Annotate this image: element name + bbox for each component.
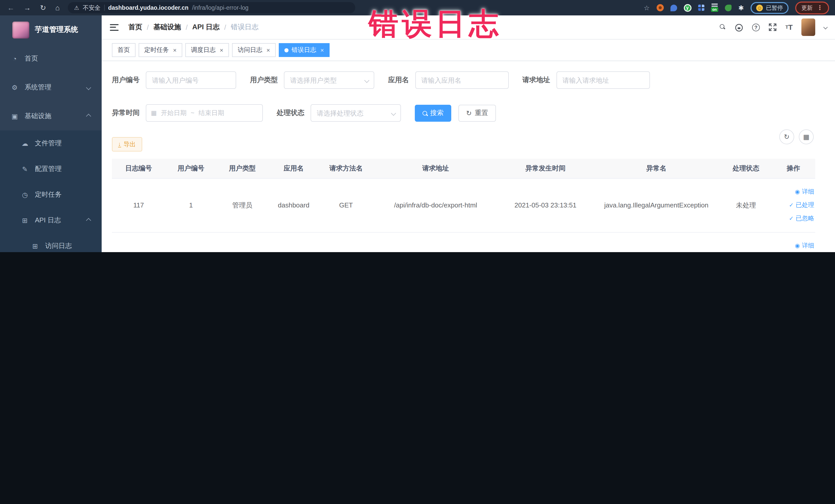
close-icon[interactable]: ×: [266, 46, 270, 54]
tab-job-log[interactable]: 调度日志×: [185, 43, 229, 57]
check-icon: ✓: [789, 216, 794, 221]
operations-cell: ◉详细✓已处理✓已忽略: [772, 232, 815, 252]
user-id-input[interactable]: [146, 72, 236, 89]
breadcrumb-item-0[interactable]: 首页: [128, 23, 142, 32]
user-avatar[interactable]: [801, 19, 815, 36]
profile-paused-badge[interactable]: ☺ 已暂停: [751, 2, 789, 14]
breadcrumb-item-1[interactable]: 基础设施: [154, 23, 181, 32]
tags-view-bar: 首页定时任务×调度日志×访问日志×错误日志×: [102, 40, 835, 61]
cell-time: 2021-05-03 23:13:51: [498, 178, 592, 232]
user-type-select[interactable]: [284, 72, 374, 89]
search-button[interactable]: 搜索: [415, 104, 451, 121]
app-name-input[interactable]: [415, 72, 509, 89]
bookmark-star-icon[interactable]: ☆: [644, 4, 650, 12]
menu-edit-icon: ✎: [21, 165, 29, 173]
cell-app_name: dashboard: [268, 232, 319, 252]
sidebar-item-label: API 日志: [35, 216, 61, 225]
extension-switch-icon[interactable]: on: [711, 4, 718, 12]
reload-icon[interactable]: ↻: [40, 4, 46, 12]
action-processed[interactable]: ✓已处理: [774, 199, 814, 212]
url-path: /infra/log/api-error-log: [192, 5, 248, 11]
help-icon[interactable]: ?: [752, 23, 760, 31]
table-row: 1161管理员dashboardGET/api/infra/db-doc/exp…: [112, 232, 815, 252]
start-date-placeholder: 开始日期: [161, 108, 187, 117]
request-url-input[interactable]: [556, 72, 650, 89]
fullscreen-icon[interactable]: [769, 23, 777, 31]
user-type-label: 用户类型: [250, 76, 278, 85]
breadcrumb-separator: /: [186, 23, 188, 31]
sidebar-toggle-icon[interactable]: [110, 24, 119, 31]
tab-job[interactable]: 定时任务×: [139, 43, 182, 57]
search-icon: [423, 110, 427, 115]
overflow-menu-icon[interactable]: ⋮: [817, 4, 823, 11]
font-size-icon[interactable]: TT: [786, 23, 793, 31]
menu-monitor-icon: ▣: [10, 112, 19, 120]
home-icon[interactable]: ⌂: [55, 4, 60, 12]
breadcrumb: 首页/基础设施/API 日志/错误日志: [128, 23, 259, 32]
process-status-select-input[interactable]: [311, 104, 401, 122]
sidebar-item-infra[interactable]: ▣基础设施: [0, 102, 102, 130]
browser-toolbar-right: ☆ y on ✱ ☺ 已暂停 更新 ⋮: [644, 1, 835, 14]
action-detail[interactable]: ◉详细: [774, 185, 814, 199]
date-range-picker[interactable]: ▦ 开始日期 ~ 结束日期: [146, 104, 263, 122]
sidebar-item-access-log[interactable]: ⊞访问日志: [0, 233, 102, 252]
close-icon[interactable]: ×: [320, 46, 324, 54]
sidebar-item-config[interactable]: ✎配置管理: [0, 156, 102, 182]
filter-form: 用户编号 用户类型 应用名 请求地址: [102, 61, 835, 122]
reset-button[interactable]: ↻ 重置: [459, 104, 496, 121]
close-icon[interactable]: ×: [173, 46, 177, 54]
cell-user_id: 1: [165, 232, 217, 252]
export-button[interactable]: ↓ 导出: [112, 137, 142, 152]
eye-icon: ◉: [795, 243, 800, 248]
app-title: 芋道管理系统: [35, 25, 78, 35]
extension-orange-icon[interactable]: [656, 4, 664, 11]
sidebar-item-file[interactable]: ☁文件管理: [0, 130, 102, 156]
back-icon[interactable]: ←: [7, 4, 14, 12]
cell-user_type: 管理员: [217, 178, 268, 232]
close-icon[interactable]: ×: [220, 46, 223, 54]
address-bar[interactable]: ⚠ 不安全 dashboard.yudao.iocoder.cn/infra/l…: [68, 2, 355, 13]
columns-icon: ▦: [803, 133, 810, 141]
tab-error-log[interactable]: 错误日志×: [279, 43, 330, 57]
tab-home[interactable]: 首页: [112, 43, 136, 57]
update-button[interactable]: 更新 ⋮: [795, 1, 829, 14]
chevron-up-icon: [86, 218, 91, 223]
breadcrumb-item-2[interactable]: API 日志: [192, 23, 220, 32]
extension-plant-icon[interactable]: [725, 4, 732, 11]
user-id-label: 用户编号: [112, 76, 140, 85]
app-name-label: 应用名: [388, 76, 409, 85]
action-ignored[interactable]: ✓已忽略: [774, 212, 814, 225]
app-logo-row[interactable]: 芋道管理系统: [0, 15, 102, 44]
operations-cell: ◉详细✓已处理✓已忽略: [772, 178, 815, 232]
action-label: 详细: [802, 241, 814, 250]
extension-blue-icon[interactable]: [670, 4, 677, 11]
sidebar-item-home[interactable]: ◔首页: [0, 44, 102, 73]
security-label: 不安全: [83, 4, 100, 12]
refresh-table-button[interactable]: ↻: [779, 129, 794, 144]
chevron-up-icon: [86, 114, 91, 119]
sidebar-item-label: 基础设施: [25, 112, 51, 121]
tab-access-log[interactable]: 访问日志×: [232, 43, 276, 57]
column-settings-button[interactable]: ▦: [799, 129, 814, 144]
chevron-down-icon[interactable]: [823, 25, 828, 29]
sidebar-item-label: 访问日志: [45, 241, 72, 250]
sidebar-item-label: 配置管理: [35, 164, 62, 174]
extension-green-icon[interactable]: y: [684, 4, 691, 12]
header-actions: ? TT: [720, 19, 835, 36]
sidebar-item-api-log[interactable]: ⊞API 日志: [0, 207, 102, 233]
warning-icon: ⚠: [74, 4, 79, 11]
extensions-puzzle-icon[interactable]: ✱: [738, 4, 744, 12]
process-status-select[interactable]: [311, 104, 401, 122]
column-header-method: 请求方法名: [319, 159, 373, 178]
eye-icon: ◉: [795, 189, 800, 195]
on-badge: on: [711, 7, 718, 12]
extension-grid-icon[interactable]: [698, 5, 704, 11]
user-type-select-input[interactable]: [284, 72, 374, 89]
error-log-table: 日志编号用户编号用户类型应用名请求方法名请求地址异常发生时间异常名处理状态操作 …: [112, 159, 815, 252]
sidebar-item-job[interactable]: ◷定时任务: [0, 182, 102, 207]
action-detail[interactable]: ◉详细: [774, 239, 814, 252]
sidebar-item-system[interactable]: ⚙系统管理: [0, 73, 102, 102]
forward-icon[interactable]: →: [24, 4, 31, 12]
github-icon[interactable]: [735, 23, 744, 32]
search-icon[interactable]: [720, 24, 726, 30]
